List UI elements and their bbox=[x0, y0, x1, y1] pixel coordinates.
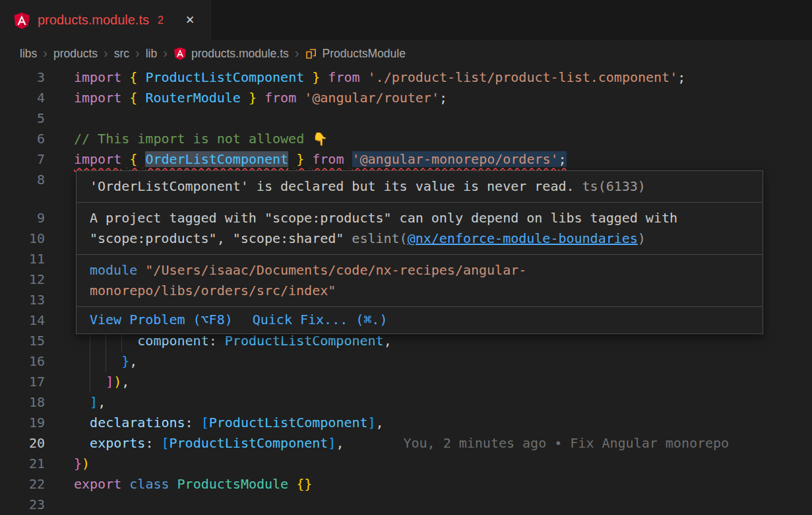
breadcrumb-item-products[interactable]: products bbox=[53, 47, 98, 61]
code-token: [ bbox=[161, 435, 169, 451]
editor-line-17: 17 ]), bbox=[0, 372, 812, 392]
breadcrumb-item-src[interactable]: src bbox=[114, 47, 129, 61]
breadcrumb-label: lib bbox=[146, 47, 158, 61]
line-number[interactable]: 7 bbox=[0, 149, 66, 170]
code-token: ; bbox=[677, 69, 685, 85]
chevron-right-icon: › bbox=[43, 46, 47, 59]
eslint-source-suffix: ) bbox=[638, 230, 646, 246]
line-number[interactable]: 14 bbox=[0, 310, 66, 331]
code-token bbox=[304, 151, 312, 167]
line-number[interactable]: 3 bbox=[0, 67, 66, 88]
line-content[interactable]: ]), bbox=[66, 372, 812, 392]
close-icon[interactable]: ✕ bbox=[181, 11, 199, 29]
line-number[interactable]: 9 bbox=[0, 208, 66, 228]
code-token: './product-list/product-list.component' bbox=[368, 69, 678, 85]
code-token: from bbox=[312, 151, 344, 167]
hover-eslint-message-row: A project tagged with "scope:products" c… bbox=[77, 202, 763, 254]
code-token bbox=[288, 476, 296, 492]
code-token: : bbox=[209, 333, 217, 349]
code-token: ; bbox=[559, 151, 567, 167]
editor-tabs-bar: products.module.ts 2 ✕ bbox=[0, 0, 812, 41]
editor-line-23: 23 bbox=[0, 495, 812, 515]
line-number[interactable]: 16 bbox=[0, 351, 66, 372]
code-token bbox=[360, 69, 368, 85]
line-content[interactable]: }) bbox=[66, 454, 812, 474]
code-token bbox=[193, 415, 201, 430]
code-token: : bbox=[185, 415, 193, 430]
editor-line-19: 19 declarations: [ProductListComponent], bbox=[0, 413, 812, 433]
code-token bbox=[121, 476, 129, 492]
line-number[interactable]: 11 bbox=[0, 249, 66, 269]
code-token: exports bbox=[90, 435, 145, 451]
line-number[interactable]: 21 bbox=[0, 454, 66, 474]
code-token: ProductsModule bbox=[177, 476, 289, 492]
editor-line-20: 20 exports: [ProductListComponent],You, … bbox=[0, 433, 812, 454]
line-number[interactable]: 15 bbox=[0, 331, 66, 351]
code-token: from bbox=[328, 69, 359, 85]
line-number[interactable]: 5 bbox=[0, 108, 66, 129]
code-token bbox=[153, 435, 161, 451]
breadcrumb-label: ProductsModule bbox=[322, 47, 405, 61]
breadcrumb-item-products-module-ts[interactable]: products.module.ts bbox=[173, 47, 289, 61]
code-editor: 3import { ProductListComponent } from '.… bbox=[0, 66, 812, 515]
line-content[interactable]: ], bbox=[66, 392, 812, 413]
line-number[interactable]: 22 bbox=[0, 474, 66, 495]
view-problem-button[interactable]: View Problem (⌥F8) bbox=[90, 311, 233, 328]
line-content[interactable]: import { OrderListComponent } from '@ang… bbox=[66, 149, 812, 170]
breadcrumb-item-productsmodule[interactable]: ProductsModule bbox=[305, 47, 405, 61]
code-token bbox=[121, 151, 129, 167]
line-content[interactable]: declarations: [ProductListComponent], bbox=[66, 413, 812, 433]
line-number[interactable]: 20 bbox=[0, 433, 66, 454]
code-token bbox=[137, 69, 145, 85]
breadcrumb-item-libs[interactable]: libs bbox=[20, 47, 37, 61]
line-number[interactable]: 4 bbox=[0, 88, 66, 108]
hover-ts-message-row: 'OrderListComponent' is declared but its… bbox=[77, 171, 763, 202]
hover-module-row: module "/Users/isaac/Documents/code/nx-r… bbox=[77, 254, 763, 306]
line-number[interactable]: 8 bbox=[0, 170, 66, 190]
code-token: '@angular/router' bbox=[304, 90, 439, 106]
vscode-window: products.module.ts 2 ✕ libs›products›src… bbox=[0, 0, 812, 515]
code-token bbox=[137, 90, 145, 106]
line-content[interactable]: import { ProductListComponent } from './… bbox=[66, 67, 812, 88]
line-number[interactable]: 6 bbox=[0, 129, 66, 149]
code-token: OrderListComponent bbox=[145, 151, 288, 167]
code-token: RouterModule bbox=[145, 90, 241, 106]
line-number[interactable]: 23 bbox=[0, 495, 66, 515]
line-number[interactable]: 12 bbox=[0, 269, 66, 290]
code-token bbox=[170, 476, 177, 492]
line-number[interactable]: 17 bbox=[0, 372, 66, 392]
code-token: } bbox=[121, 353, 129, 369]
code-token: ] bbox=[106, 374, 113, 390]
line-number[interactable]: 18 bbox=[0, 392, 66, 413]
code-token: ; bbox=[439, 90, 447, 106]
quick-fix-button[interactable]: Quick Fix... (⌘.) bbox=[253, 311, 388, 328]
code-token: declarations bbox=[90, 415, 185, 430]
indent-guide bbox=[90, 351, 106, 372]
line-number[interactable]: 10 bbox=[0, 228, 66, 249]
line-number[interactable]: 13 bbox=[0, 290, 66, 310]
hover-actions-bar: View Problem (⌥F8) Quick Fix... (⌘.) bbox=[77, 306, 763, 333]
line-content[interactable]: import { RouterModule } from '@angular/r… bbox=[66, 88, 812, 108]
line-content[interactable]: export class ProductsModule {} bbox=[66, 474, 812, 495]
editor-line-3: 3import { ProductListComponent } from '.… bbox=[0, 67, 812, 88]
eslint-rule-link[interactable]: @nx/enforce-module-boundaries bbox=[408, 230, 638, 246]
code-token: class bbox=[129, 476, 169, 492]
code-token: , bbox=[98, 394, 106, 410]
line-content[interactable] bbox=[66, 108, 812, 129]
chevron-right-icon: › bbox=[135, 46, 140, 59]
code-token bbox=[121, 90, 129, 106]
line-content[interactable]: exports: [ProductListComponent],You, 2 m… bbox=[66, 433, 812, 454]
tab-products-module-ts[interactable]: products.module.ts 2 ✕ bbox=[0, 0, 211, 40]
module-keyword: module bbox=[90, 262, 137, 278]
chevron-right-icon: › bbox=[104, 46, 108, 59]
editor-line-21: 21}) bbox=[0, 454, 812, 474]
code-token: } bbox=[296, 151, 304, 167]
line-content[interactable] bbox=[66, 495, 812, 515]
code-token bbox=[74, 374, 90, 390]
code-token bbox=[74, 435, 90, 451]
line-content[interactable]: // This import is not allowed 👇 bbox=[66, 129, 812, 149]
code-token bbox=[74, 415, 90, 430]
line-number[interactable]: 19 bbox=[0, 413, 66, 433]
breadcrumb-item-lib[interactable]: lib bbox=[146, 47, 158, 61]
line-content[interactable]: }, bbox=[66, 351, 812, 372]
